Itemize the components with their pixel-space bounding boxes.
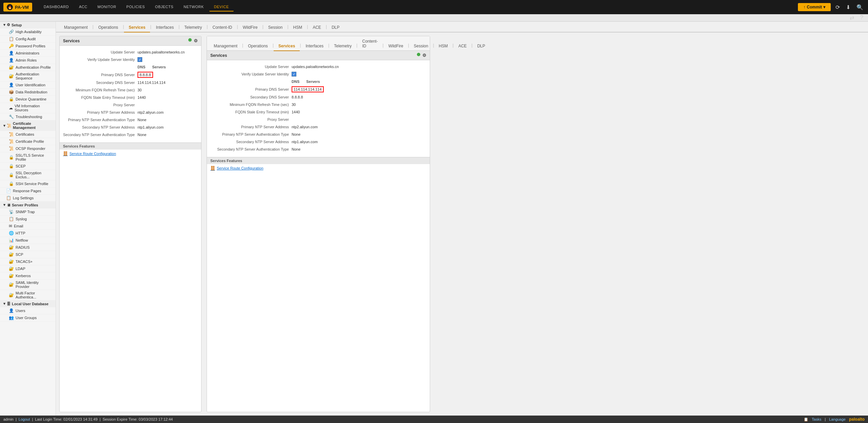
nav-network[interactable]: NETWORK [179, 3, 209, 12]
tab-bar: Management | Operations | Services | Int… [56, 22, 868, 32]
sidebar-item-config-audit[interactable]: 📋 Config Audit [0, 36, 56, 43]
sidebar-group-setup[interactable]: ▾ ⚙ Setup [0, 22, 56, 28]
sidebar-item-auth-profile[interactable]: 🔐 Authentication Profile [0, 64, 56, 71]
resp-label: Response Pages [13, 189, 41, 193]
sidebar-item-tacacs[interactable]: 🔐 TACACS+ [0, 258, 56, 265]
rtab-operations[interactable]: Operations [243, 41, 273, 51]
nav-policies[interactable]: POLICIES [122, 3, 150, 12]
sidebar-group-local-user-db[interactable]: ▾ 🗄 Local User Database [0, 300, 56, 307]
nav-objects[interactable]: OBJECTS [150, 3, 178, 12]
email-label: Email [14, 224, 23, 228]
sidebar-item-device-quarantine[interactable]: 🔒 Device Quarantine [0, 96, 56, 103]
sidebar-item-scp[interactable]: 🔐 SCP [0, 251, 56, 258]
refresh-icon[interactable]: ⟳ [834, 3, 841, 12]
tab-hsm[interactable]: HSM [289, 22, 307, 32]
swap-icon[interactable]: ⇄ [848, 13, 855, 22]
sidebar-item-snmp[interactable]: 📡 SNMP Trap [0, 208, 56, 216]
srv-icon: 🖥 [7, 203, 10, 207]
r-verify-row: Verify Update Server Identity ✓ [210, 70, 426, 78]
tab-telemetry[interactable]: Telemetry [179, 22, 207, 32]
sidebar-item-troubleshooting[interactable]: 🔧 Troubleshooting [0, 113, 56, 120]
primary-ntp-auth-value: None [137, 118, 146, 122]
nav-acc[interactable]: ACC [74, 3, 92, 12]
sidebar-item-ldap[interactable]: 🔐 LDAP [0, 265, 56, 272]
sidebar-group-server-profiles[interactable]: ▾ 🖥 Server Profiles [0, 202, 56, 208]
sidebar-item-saml[interactable]: 🔐 SAML Identity Provider [0, 280, 56, 290]
sidebar-item-user-groups[interactable]: 👥 User Groups [0, 314, 56, 321]
sidebar-item-data-redis[interactable]: 📦 Data Redistribution [0, 89, 56, 96]
sidebar-item-cert-profile[interactable]: 📜 Certificate Profile [0, 138, 56, 145]
sidebar-item-ssl-excl[interactable]: 🔒 SSL Decryption Exclus... [0, 170, 56, 180]
sidebar-item-auth-sequence[interactable]: 🔐 Authentication Sequence [0, 71, 56, 82]
nav-device[interactable]: DEVICE [209, 3, 234, 12]
help-icon[interactable]: ? [859, 13, 865, 22]
rtab-management[interactable]: Management [209, 41, 242, 51]
rtab-wildfire[interactable]: WildFire [384, 41, 408, 51]
tab-content-id[interactable]: Content-ID [208, 22, 237, 32]
tab-ace[interactable]: ACE [308, 22, 326, 32]
tab-dlp[interactable]: DLP [327, 22, 344, 32]
tab-wildfire[interactable]: WildFire [238, 22, 262, 32]
panel-left-header: Services ⚙ [60, 36, 201, 46]
rtab-ace[interactable]: ACE [453, 41, 471, 51]
r-service-route-link[interactable]: 🛤 Service Route Configuration [207, 164, 430, 172]
status-bar: admin | Logout | Last Login Time: 02/01/… [0, 416, 868, 423]
sidebar-item-mfa[interactable]: 🔐 Multi Factor Authentica... [0, 290, 56, 300]
panel-right-body: Update Server updates.paloaltonetworks.c… [207, 60, 430, 156]
snmp-icon: 📡 [9, 209, 14, 214]
download-icon[interactable]: ⬇ [845, 3, 852, 12]
r-primary-ntp-auth-value: None [292, 132, 300, 136]
kerb-label: Kerberos [16, 274, 31, 278]
tab-operations[interactable]: Operations [93, 22, 123, 32]
sidebar-item-http[interactable]: 🌐 HTTP [0, 230, 56, 237]
search-icon[interactable]: 🔍 [855, 3, 865, 12]
nav-monitor[interactable]: MONITOR [93, 3, 121, 12]
sidebar-item-administrators[interactable]: 👤 Administrators [0, 50, 56, 57]
sidebar-item-password-profiles[interactable]: 🔑 Password Profiles [0, 43, 56, 50]
r-secondary-ntp-auth-value: None [292, 147, 300, 151]
tab-session[interactable]: Session [263, 22, 288, 32]
sidebar-item-scep[interactable]: 🔒 SCEP [0, 163, 56, 170]
right-gear-icon[interactable]: ⚙ [422, 53, 426, 58]
sidebar-item-response-pages[interactable]: 📄 Response Pages [0, 187, 56, 195]
rtab-services[interactable]: Services [274, 41, 300, 51]
sidebar-item-users[interactable]: 👤 Users [0, 307, 56, 314]
rtab-interfaces[interactable]: Interfaces [301, 41, 329, 51]
rtab-dlp[interactable]: DLP [472, 41, 490, 51]
tab-management[interactable]: Management [59, 22, 92, 32]
gear-icon[interactable]: ⚙ [194, 38, 198, 43]
rtab-content-id[interactable]: Content-ID [357, 36, 382, 51]
secondary-ntp-auth-label: Secondary NTP Server Authentication Type [63, 133, 137, 137]
rtab-hsm[interactable]: HSM [434, 41, 453, 51]
primary-ntp-addr-label: Primary NTP Server Address [63, 110, 137, 114]
vm-icon: ☁ [9, 106, 13, 110]
tab-interfaces[interactable]: Interfaces [151, 22, 179, 32]
sidebar-item-vm-sources[interactable]: ☁ VM Information Sources [0, 103, 56, 113]
language-link[interactable]: Language [829, 417, 846, 421]
sidebar-item-user-id[interactable]: 👤 User Identification [0, 82, 56, 89]
sidebar-item-admin-roles[interactable]: 👤 Admin Roles [0, 57, 56, 64]
tab-services[interactable]: Services [124, 22, 150, 32]
sidebar-item-log-settings[interactable]: 📋 Log Settings [0, 195, 56, 202]
sidebar-item-high-availability[interactable]: 🔗 High Availability [0, 28, 56, 36]
sidebar-item-ssh[interactable]: 🔒 SSH Service Profile [0, 180, 56, 187]
sidebar-item-kerberos[interactable]: 🔐 Kerberos [0, 272, 56, 280]
sidebar-item-certificates[interactable]: 📜 Certificates [0, 131, 56, 138]
sidebar-group-cert-mgmt[interactable]: ▾ 📜 Certificate Management [0, 120, 56, 131]
logout-link[interactable]: Logout [19, 417, 30, 421]
tasks-link[interactable]: Tasks [812, 417, 821, 421]
setup-icon: ⚙ [7, 23, 10, 27]
nav-dashboard[interactable]: DASHBOARD [39, 3, 73, 12]
sidebar-item-ocsp[interactable]: 📜 OCSP Responder [0, 145, 56, 152]
sidebar-item-radius[interactable]: 🔐 RADIUS [0, 244, 56, 251]
sidebar-item-syslog[interactable]: 📋 Syslog [0, 216, 56, 223]
scp-icon: 🔐 [9, 252, 14, 257]
rtab-session[interactable]: Session [409, 41, 433, 51]
service-route-link[interactable]: 🛤 Service Route Configuration [60, 150, 201, 158]
panel-right-header-icons: ⚙ [417, 53, 426, 58]
rtab-telemetry[interactable]: Telemetry [329, 41, 356, 51]
commit-button[interactable]: ↑ Commit ▾ [798, 3, 831, 11]
sidebar-item-netflow[interactable]: 📊 Netflow [0, 237, 56, 244]
sidebar-item-email[interactable]: ✉ Email [0, 223, 56, 230]
sidebar-item-ssl-tls[interactable]: 🔒 SSL/TLS Service Profile [0, 152, 56, 163]
